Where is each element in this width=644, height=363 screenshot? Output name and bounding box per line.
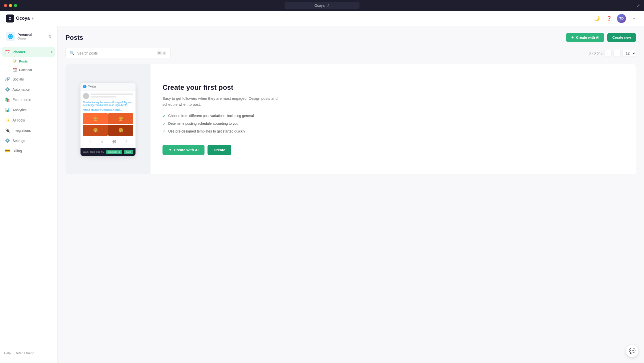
logo-trademark: ® (32, 17, 34, 20)
url-bar[interactable]: Ocoya ↺ (284, 2, 360, 9)
sidebar-item-integrations[interactable]: 🔌 Integrations (2, 126, 55, 135)
integrations-icon: 🔌 (5, 128, 10, 133)
socials-icon: 🔗 (5, 77, 10, 82)
mock-post-text: Tired of eating the same old burger? Try… (83, 101, 133, 106)
shortcut-k: K (162, 52, 166, 55)
chat-widget[interactable]: 💬 (626, 345, 638, 357)
like-icon: ♡ (89, 140, 92, 144)
calendar-icon: 📆 (12, 68, 16, 72)
avatar[interactable]: TD (617, 14, 626, 23)
feature-label-2: Determine posting schedule according to … (168, 122, 238, 126)
page-header: Posts ✦ Create with AI Create new (66, 33, 636, 42)
sidebar-item-label-settings: Settings (12, 139, 25, 143)
content-area: Posts ✦ Create with AI Create new 🔍 ⌘ (58, 26, 644, 363)
sidebar-bottom: Help Refer a friend (0, 347, 57, 359)
sidebar-item-label-planner: Planner (12, 50, 25, 54)
sidebar-item-posts[interactable]: 📝 Posts (2, 57, 55, 65)
sidebar-item-label-billing: Billing (12, 149, 22, 153)
mock-card-actions: ♡ ↺ 💬 ⤴ (83, 138, 133, 146)
workspace-selector[interactable]: 🌐 Personal Owner ⇅ (2, 30, 55, 43)
sidebar-sub-label-calendar: Calendar (19, 68, 32, 72)
mock-avatar (83, 93, 89, 99)
mock-save-btn: Save (124, 150, 133, 154)
chevron-down-icon[interactable]: ▾ (630, 14, 638, 22)
page-title: Posts (66, 34, 83, 42)
sidebar-item-settings[interactable]: ⚙️ Settings (2, 136, 55, 146)
feature-label-1: Choose from different post variations, i… (168, 114, 254, 118)
sidebar-item-label-ai-tools: AI Tools (12, 118, 25, 122)
search-shortcut: ⌘ K (157, 51, 166, 55)
sidebar-item-automation[interactable]: ⚙️ Automation (2, 84, 55, 94)
minimize-dot[interactable] (9, 4, 12, 7)
billing-icon: 💳 (5, 148, 10, 153)
ai-wand-icon: ✦ (168, 148, 172, 152)
ai-tools-icon: ✨ (5, 118, 10, 122)
burger-cell-3: 🍔 (83, 125, 108, 136)
expand-icon[interactable]: ⤢ (637, 3, 640, 8)
sidebar-item-billing[interactable]: 💳 Billing (2, 146, 55, 156)
share-icon: ⤴ (126, 140, 127, 144)
mock-platform-label: Twitter (88, 85, 96, 88)
close-dot[interactable] (4, 4, 7, 7)
window-controls (4, 4, 17, 7)
empty-content: Create your first post Easy to get follo… (150, 64, 636, 174)
mock-card-header: 𝕏 Twitter (80, 83, 136, 90)
shortcut-cmd: ⌘ (157, 51, 162, 55)
reload-icon[interactable]: ↺ (326, 4, 330, 8)
refer-link[interactable]: Refer a friend (15, 351, 34, 355)
feature-item-2: ✓ Determine posting schedule according t… (162, 121, 624, 126)
mock-image-grid: 🍔 🍔 🍔 🍔 (83, 113, 133, 136)
pagination: 0 - 0 of 0 ‹ › 12 24 48 (589, 50, 636, 57)
sidebar-item-planner[interactable]: 📅 Planner ▾ (2, 47, 55, 57)
mock-hashtags: #fresh #Burger #Delicious #Recip... (83, 108, 133, 111)
mock-date: Jan 5, 2023, 3:23 PM (83, 151, 104, 153)
mock-schedule-btn: Schedule (4) (106, 150, 122, 154)
sidebar-item-ecommerce[interactable]: 🛍️ Ecommerce (2, 95, 55, 104)
planner-icon: 📅 (5, 50, 10, 54)
reply-icon: 💬 (112, 140, 116, 144)
create-with-ai-button[interactable]: ✦ Create with AI (566, 33, 604, 42)
url-text: Ocoya (314, 4, 324, 8)
mock-user-row (83, 93, 133, 99)
empty-state: 𝕏 Twitter Tired of eating (66, 64, 636, 174)
pagination-next[interactable]: › (614, 50, 620, 57)
create-new-button[interactable]: Create new (607, 33, 636, 42)
pagination-range: 0 - 0 of 0 (589, 51, 602, 55)
burger-cell-2: 🍔 (108, 113, 133, 124)
page-actions: ✦ Create with AI Create new (566, 33, 636, 42)
mock-card-footer: Jan 5, 2023, 3:23 PM Schedule (4) Save (80, 148, 136, 156)
logo-text: Ocoya (16, 16, 30, 21)
sidebar-item-analytics[interactable]: 📊 Analytics (2, 105, 55, 115)
dark-mode-icon[interactable]: 🌙 (593, 14, 601, 22)
sidebar-item-ai-tools[interactable]: ✨ AI Tools › (2, 115, 55, 125)
page-size-select[interactable]: 12 24 48 (622, 50, 636, 57)
sidebar-item-label-automation: Automation (12, 88, 30, 92)
sidebar-item-label-integrations: Integrations (12, 128, 31, 132)
help-link[interactable]: Help (4, 351, 11, 355)
sidebar-item-calendar[interactable]: 📆 Calendar (2, 66, 55, 74)
search-row: 🔍 ⌘ K 0 - 0 of 0 ‹ › 12 24 48 (66, 48, 636, 58)
logo-icon: O (6, 14, 14, 22)
mock-card-body: Tired of eating the same old burger? Try… (80, 90, 136, 148)
sidebar: 🌐 Personal Owner ⇅ 📅 Planner ▾ 📝 (0, 26, 58, 363)
empty-create-ai-button[interactable]: ✦ Create with AI (162, 145, 204, 155)
sidebar-item-label-socials: Socials (12, 77, 24, 81)
workspace-icon: 🌐 (6, 32, 15, 41)
help-icon[interactable]: ❓ (605, 14, 613, 22)
mock-post-card: 𝕏 Twitter Tired of eating (80, 83, 136, 156)
burger-cell-1: 🍔 (83, 113, 108, 124)
post-preview-panel: 𝕏 Twitter Tired of eating (66, 64, 150, 174)
header-right: 🌙 ❓ TD ▾ (593, 14, 638, 23)
pagination-prev[interactable]: ‹ (604, 50, 612, 57)
automation-icon: ⚙️ (5, 87, 10, 92)
sidebar-item-socials[interactable]: 🔗 Socials (2, 74, 55, 84)
titlebar: Ocoya ↺ ⤢ (0, 0, 644, 11)
empty-create-button[interactable]: Create (208, 145, 231, 155)
sidebar-item-label-ecommerce: Ecommerce (12, 98, 31, 102)
search-input[interactable] (77, 51, 154, 55)
search-bar[interactable]: 🔍 ⌘ K (66, 48, 170, 58)
empty-description: Easy to get followers when they are most… (162, 96, 282, 108)
maximize-dot[interactable] (14, 4, 17, 7)
empty-title: Create your first post (162, 84, 624, 92)
empty-actions: ✦ Create with AI Create (162, 145, 624, 155)
